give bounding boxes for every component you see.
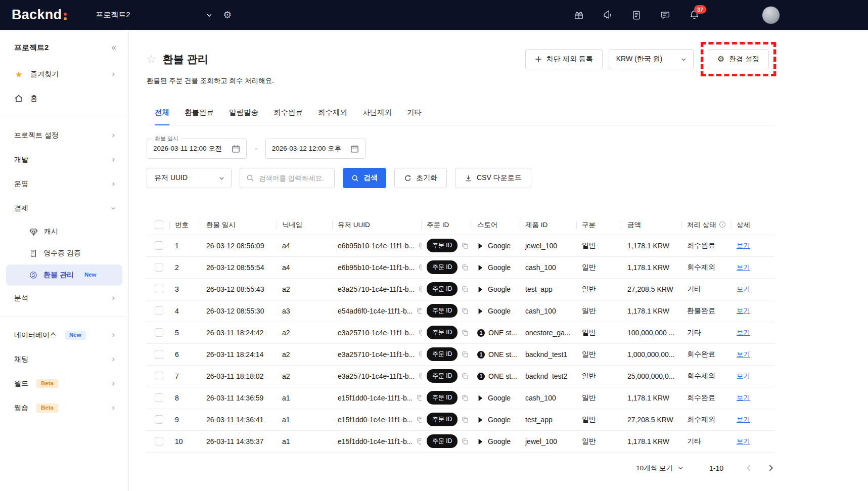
tab-4[interactable]: 회수제외 [318, 108, 347, 125]
copy-icon[interactable] [419, 373, 422, 380]
sidebar-collapse-icon[interactable]: « [112, 42, 116, 53]
sidebar-item-payment[interactable]: 결제 [0, 196, 128, 220]
search-button[interactable]: 검색 [343, 168, 386, 188]
copy-icon[interactable] [417, 438, 422, 445]
order-id-badge[interactable]: 주문 ID [427, 282, 458, 296]
copy-icon[interactable] [419, 351, 422, 358]
sidebar-item-world[interactable]: 월드Beta [0, 372, 128, 396]
copy-icon[interactable] [462, 394, 469, 401]
sidebar-item-project-settings[interactable]: 프로젝트 설정 [0, 123, 128, 148]
search-type-select[interactable]: 유저 UUID [147, 168, 232, 188]
date-to-input[interactable]: 2026-03-12 12:00 오후 [265, 139, 366, 159]
row-checkbox[interactable] [155, 306, 163, 315]
order-id-badge[interactable]: 주문 ID [427, 347, 458, 361]
row-checkbox[interactable] [155, 263, 163, 272]
prev-page-button[interactable] [745, 464, 753, 472]
search-input[interactable] [259, 174, 328, 182]
date-from-input[interactable]: 환불 일시 2026-03-11 12:00 오전 [147, 139, 247, 159]
page-size-select[interactable]: 10개씩 보기 [636, 464, 684, 473]
sidebar-item-home[interactable]: 홈 [0, 86, 128, 111]
copy-icon[interactable] [462, 351, 469, 358]
project-selector[interactable]: 프로젝트2 [96, 10, 213, 20]
tab-6[interactable]: 기타 [407, 108, 422, 125]
copy-icon[interactable] [419, 286, 422, 293]
view-detail-link[interactable]: 보기 [737, 416, 750, 423]
sidebar-item-database[interactable]: 데이터베이스New [0, 323, 128, 347]
gift-icon[interactable] [574, 10, 584, 20]
cell-nickname: a3 [277, 300, 333, 322]
app-logo[interactable]: Backnd [12, 8, 67, 22]
sidebar-item-cash[interactable]: 캐시 [6, 221, 122, 242]
copy-icon[interactable] [419, 264, 422, 271]
copy-icon[interactable] [419, 242, 422, 249]
reset-button[interactable]: 초기화 [394, 168, 447, 188]
order-id-badge[interactable]: 주문 ID [427, 239, 458, 252]
avatar[interactable] [762, 6, 780, 24]
view-detail-link[interactable]: 보기 [737, 285, 750, 293]
tab-3[interactable]: 회수완료 [273, 108, 303, 125]
row-checkbox[interactable] [155, 393, 163, 402]
order-id-badge[interactable]: 주문 ID [427, 304, 458, 318]
copy-icon[interactable] [462, 307, 469, 315]
row-checkbox[interactable] [155, 372, 163, 380]
copy-icon[interactable] [462, 242, 469, 249]
copy-icon[interactable] [417, 307, 422, 315]
copy-icon[interactable] [417, 394, 422, 401]
calendar-icon[interactable] [350, 145, 359, 153]
view-detail-link[interactable]: 보기 [737, 372, 750, 380]
row-checkbox[interactable] [155, 285, 163, 293]
next-page-button[interactable] [766, 464, 775, 472]
tab-2[interactable]: 알림발송 [229, 108, 258, 125]
csv-download-button[interactable]: CSV 다운로드 [455, 168, 531, 188]
sidebar-item-operation[interactable]: 운영 [0, 172, 128, 196]
sidebar-item-analytics[interactable]: 분석 [0, 286, 128, 310]
sidebar-item-refund-management[interactable]: 환불 관리New [6, 264, 122, 286]
order-id-badge[interactable]: 주문 ID [427, 391, 458, 405]
settings-button[interactable]: ⚙ 환경 설정 [708, 49, 769, 69]
view-detail-link[interactable]: 보기 [737, 350, 750, 358]
copy-icon[interactable] [462, 373, 469, 380]
order-id-badge[interactable]: 주문 ID [427, 413, 458, 426]
order-id-badge[interactable]: 주문 ID [427, 326, 458, 339]
order-id-badge[interactable]: 주문 ID [427, 369, 458, 383]
view-detail-link[interactable]: 보기 [737, 437, 750, 445]
copy-icon[interactable] [462, 286, 469, 293]
row-checkbox[interactable] [155, 415, 163, 424]
order-id-badge[interactable]: 주문 ID [427, 434, 458, 448]
tab-0[interactable]: 전체 [155, 108, 169, 125]
currency-select[interactable]: KRW (한국 원) [609, 49, 694, 69]
copy-icon[interactable] [462, 264, 469, 271]
info-icon[interactable] [719, 221, 726, 228]
row-checkbox[interactable] [155, 241, 163, 250]
copy-icon[interactable] [462, 438, 469, 445]
sidebar-item-receipt-verification[interactable]: 영수증 검증 [6, 243, 122, 264]
tab-5[interactable]: 차단제외 [362, 108, 392, 125]
chat-icon[interactable] [660, 10, 670, 20]
view-detail-link[interactable]: 보기 [737, 329, 750, 336]
row-checkbox[interactable] [155, 328, 163, 337]
view-detail-link[interactable]: 보기 [737, 263, 750, 271]
tab-1[interactable]: 환불완료 [185, 108, 214, 125]
document-icon[interactable] [631, 10, 642, 20]
copy-icon[interactable] [419, 329, 422, 336]
view-detail-link[interactable]: 보기 [737, 394, 750, 401]
view-detail-link[interactable]: 보기 [737, 242, 750, 249]
order-id-badge[interactable]: 주문 ID [427, 260, 458, 274]
add-block-exclusion-button[interactable]: 차단 제외 등록 [525, 49, 603, 69]
sidebar-item-chat[interactable]: 채팅 [0, 347, 128, 372]
notifications-bell-icon[interactable]: 37 [689, 10, 700, 20]
copy-icon[interactable] [417, 416, 422, 423]
sidebar-item-webshop[interactable]: 웹숍Beta [0, 396, 128, 420]
calendar-icon[interactable] [232, 145, 240, 153]
project-gear-icon[interactable]: ⚙ [223, 9, 232, 21]
select-all-checkbox[interactable] [155, 220, 163, 229]
row-checkbox[interactable] [155, 437, 163, 445]
view-detail-link[interactable]: 보기 [737, 307, 750, 315]
copy-icon[interactable] [462, 329, 469, 336]
favorite-star-icon[interactable]: ☆ [147, 53, 156, 65]
sidebar-item-favorites[interactable]: ★ 즐겨찾기 [0, 62, 128, 86]
row-checkbox[interactable] [155, 350, 163, 359]
copy-icon[interactable] [462, 416, 469, 423]
sidebar-item-development[interactable]: 개발 [0, 148, 128, 172]
megaphone-icon[interactable] [603, 10, 613, 20]
